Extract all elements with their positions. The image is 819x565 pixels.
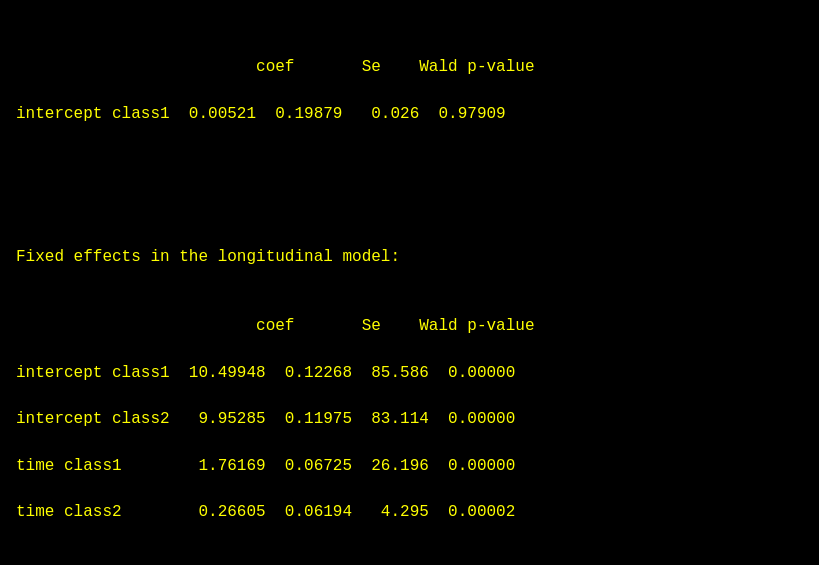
section1-header: coef Se Wald p-value — [16, 58, 534, 76]
stats-output: coef Se Wald p-value intercept class1 0.… — [16, 10, 803, 565]
section1: coef Se Wald p-value intercept class1 0.… — [16, 33, 803, 126]
section2-title: Fixed effects in the longitudinal model: — [16, 248, 400, 266]
section2: Fixed effects in the longitudinal model:… — [16, 223, 803, 524]
section2-row1: intercept class1 10.49948 0.12268 85.586… — [16, 364, 515, 382]
section1-row1: intercept class1 0.00521 0.19879 0.026 0… — [16, 105, 506, 123]
section2-row4: time class2 0.26605 0.06194 4.295 0.0000… — [16, 503, 515, 521]
section2-row2: intercept class2 9.95285 0.11975 83.114 … — [16, 410, 515, 428]
section2-row3: time class1 1.76169 0.06725 26.196 0.000… — [16, 457, 515, 475]
section2-header: coef Se Wald p-value — [16, 317, 534, 335]
